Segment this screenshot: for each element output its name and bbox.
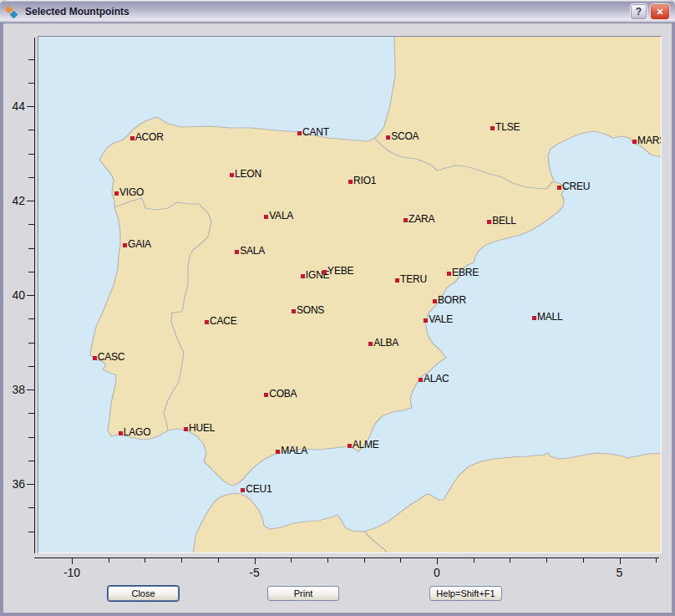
station-label-COBA: COBA (269, 389, 297, 400)
station-marker-IGNE (301, 274, 305, 278)
station-label-CASC: CASC (98, 352, 125, 363)
y-tick-40.5 (28, 272, 34, 272)
x-tick--9 (109, 558, 109, 563)
station-marker-YEBE (322, 270, 327, 274)
x-tick--5 (255, 558, 256, 564)
y-tick-37 (28, 437, 34, 438)
titlebar-close-button[interactable]: ✕ (650, 3, 670, 20)
station-label-CANT: CANT (302, 127, 329, 138)
station-marker-BORR (433, 299, 437, 303)
x-tick-4 (583, 558, 584, 563)
x-axis-line (34, 557, 659, 558)
station-marker-ACOR (130, 136, 134, 140)
station-marker-ALAC (419, 378, 423, 382)
x-tick--1 (400, 558, 401, 563)
station-label-ALBA: ALBA (373, 338, 398, 349)
y-tick-label-36: 36 (2, 477, 25, 491)
station-marker-MALA (276, 450, 280, 454)
titlebar-help-button[interactable]: ? (630, 3, 647, 20)
y-tick-42 (27, 201, 34, 201)
station-label-ALME: ALME (353, 440, 379, 451)
station-marker-CANT (297, 131, 302, 135)
y-tick-label-40: 40 (2, 288, 25, 302)
y-tick-label-44: 44 (2, 99, 25, 113)
map-plot: ACORCANTSCOATLSEMARSLEONRIO1CREUVIGOVALA… (38, 36, 662, 553)
print-button[interactable]: Print (267, 586, 339, 601)
station-marker-SALA (235, 250, 239, 254)
station-marker-CACE (205, 320, 209, 324)
selected-mountpoints-dialog: Selected Mountpoints ? ✕ ACORCANTSCOATLS… (0, 0, 675, 616)
station-label-VALE: VALE (429, 314, 453, 325)
y-tick-44.5 (28, 83, 34, 84)
x-tick-label--10: -10 (58, 566, 85, 579)
station-label-SALA: SALA (240, 246, 265, 257)
station-marker-ALME (348, 444, 352, 448)
x-tick--6 (218, 558, 219, 563)
station-label-TERU: TERU (400, 274, 427, 285)
station-marker-ZARA (403, 218, 408, 222)
station-label-ACOR: ACOR (135, 132, 164, 143)
station-label-SONS: SONS (297, 305, 324, 316)
station-marker-VALE (424, 318, 428, 323)
station-label-BORR: BORR (438, 295, 466, 306)
x-tick-3 (546, 558, 547, 563)
station-label-TLSE: TLSE (495, 122, 520, 133)
y-tick-40 (27, 295, 34, 296)
x-tick-label-5: 5 (606, 566, 633, 579)
station-label-VIGO: VIGO (119, 187, 144, 198)
y-tick-41 (28, 248, 34, 249)
y-tick-label-42: 42 (2, 194, 25, 207)
station-label-CEU1: CEU1 (246, 484, 272, 495)
close-button[interactable]: Close (108, 586, 179, 601)
x-tick-5 (620, 558, 621, 564)
station-marker-ALBA (368, 342, 373, 346)
station-marker-VALA (264, 215, 268, 219)
y-tick-45 (28, 59, 34, 60)
station-label-SCOA: SCOA (391, 131, 419, 142)
station-marker-TERU (395, 278, 399, 283)
station-marker-MALL (532, 316, 536, 320)
y-tick-39.5 (28, 318, 34, 319)
station-marker-LEON (230, 173, 234, 177)
station-label-CACE: CACE (210, 316, 237, 327)
station-marker-MARS (632, 140, 637, 144)
station-marker-CASC (93, 356, 97, 360)
y-tick-44 (27, 106, 34, 107)
station-marker-SONS (292, 309, 296, 313)
station-marker-SCOA (386, 135, 390, 140)
y-tick-39 (28, 343, 34, 344)
station-marker-CEU1 (241, 488, 245, 492)
station-label-MALL: MALL (537, 312, 563, 323)
station-marker-GAIA (123, 243, 127, 247)
x-tick-1 (474, 558, 475, 563)
station-marker-LAGO (119, 431, 123, 435)
y-tick-42.5 (28, 177, 34, 178)
x-tick--4 (291, 558, 292, 563)
station-label-MALA: MALA (281, 445, 307, 456)
x-tick-label-0: 0 (424, 566, 450, 579)
x-tick-6 (656, 558, 657, 563)
y-tick-38 (27, 389, 34, 390)
x-tick--8 (145, 558, 145, 563)
help-button[interactable]: Help=Shift+F1 (429, 586, 502, 601)
y-tick-43 (28, 154, 34, 155)
y-axis-line (34, 38, 35, 553)
x-tick--2 (364, 558, 365, 563)
station-label-GAIA: GAIA (128, 239, 151, 250)
station-label-LEON: LEON (235, 169, 261, 180)
y-tick-35.5 (28, 507, 34, 508)
x-tick-0 (437, 558, 438, 564)
station-label-RIO1: RIO1 (353, 176, 376, 186)
station-label-MARS: MARS (637, 135, 662, 146)
titlebar[interactable]: Selected Mountpoints ? ✕ (0, 0, 675, 23)
station-label-VALA: VALA (269, 211, 293, 221)
station-marker-HUEL (184, 427, 188, 431)
station-marker-RIO1 (348, 180, 353, 184)
y-tick-41.5 (28, 224, 34, 225)
x-tick-label--5: -5 (241, 566, 268, 579)
y-tick-38.5 (28, 366, 34, 367)
station-label-EBRE: EBRE (452, 267, 479, 278)
app-icon (5, 5, 19, 19)
station-marker-VIGO (114, 191, 119, 196)
x-tick--7 (181, 558, 182, 563)
